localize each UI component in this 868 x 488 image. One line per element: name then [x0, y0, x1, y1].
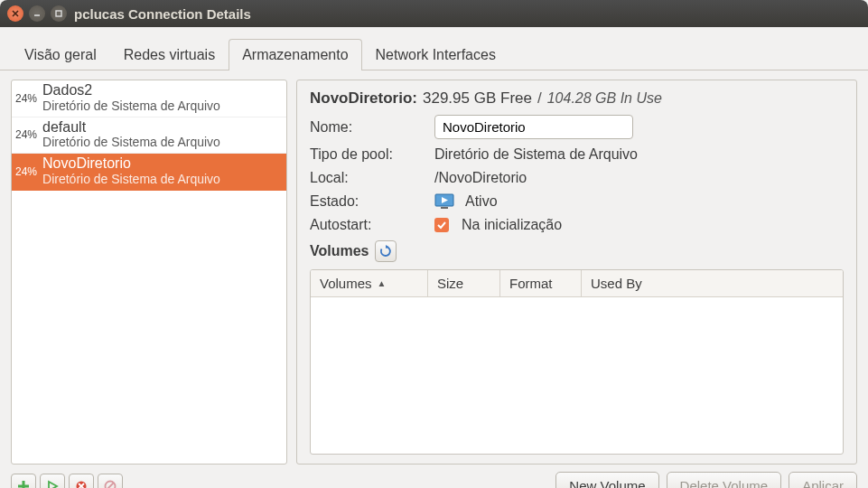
refresh-volumes-button[interactable] — [375, 240, 397, 262]
label-name: Nome: — [310, 119, 427, 136]
pool-subtitle: Diretório de Sistema de Arquivo — [42, 135, 220, 149]
window-controls — [7, 5, 67, 22]
maximize-window-button[interactable] — [51, 5, 67, 22]
pool-name: NovoDiretorio — [42, 155, 220, 172]
pool-list: 24% Dados2 Diretório de Sistema de Arqui… — [11, 80, 287, 465]
pool-summary: NovoDiretorio: 329.95 GB Free / 104.28 G… — [310, 89, 844, 108]
pool-name: default — [42, 119, 220, 136]
label-pool-type: Tipo de pool: — [310, 146, 427, 163]
detail-panel: NovoDiretorio: 329.95 GB Free / 104.28 G… — [296, 80, 857, 465]
col-size[interactable]: Size — [428, 270, 500, 296]
footer: New Volume Delete Volume Aplicar — [0, 468, 868, 488]
refresh-icon — [379, 245, 392, 258]
pool-toolbar — [11, 474, 123, 489]
svg-point-11 — [77, 481, 87, 488]
main-area: 24% Dados2 Diretório de Sistema de Arqui… — [0, 70, 868, 468]
monitor-play-icon — [434, 193, 454, 210]
pool-item-novodiretorio[interactable]: 24% NovoDiretorio Diretório de Sistema d… — [12, 154, 286, 191]
pool-usage-percent: 24% — [12, 165, 41, 178]
new-volume-button[interactable]: New Volume — [555, 472, 658, 488]
svg-marker-10 — [49, 482, 57, 489]
label-location: Local: — [310, 170, 427, 186]
value-state: Ativo — [465, 193, 498, 210]
tabbar: Visão geral Redes virtuais Armazenamento… — [0, 27, 868, 70]
svg-rect-3 — [56, 11, 61, 16]
close-window-button[interactable] — [7, 5, 23, 22]
autostart-checkbox[interactable] — [434, 218, 449, 232]
col-volumes[interactable]: Volumes ▲ — [311, 270, 428, 296]
stop-icon — [75, 480, 88, 489]
pool-subtitle: Diretório de Sistema de Arquivo — [42, 99, 220, 113]
tab-storage[interactable]: Armazenamento — [229, 39, 361, 70]
label-autostart: Autostart: — [310, 217, 427, 233]
tab-overview[interactable]: Visão geral — [11, 39, 110, 70]
pool-subtitle: Diretório de Sistema de Arquivo — [42, 172, 220, 186]
pool-item-default[interactable]: 24% default Diretório de Sistema de Arqu… — [12, 117, 286, 155]
start-pool-button[interactable] — [40, 474, 65, 489]
svg-line-15 — [107, 483, 114, 488]
value-location: /NovoDiretorio — [434, 170, 527, 186]
delete-volume-button[interactable]: Delete Volume — [667, 472, 782, 488]
apply-button[interactable]: Aplicar — [789, 472, 857, 488]
pool-title: NovoDiretorio: — [310, 89, 417, 108]
pool-usage-percent: 24% — [12, 92, 41, 105]
value-autostart: Na inicialização — [462, 217, 562, 233]
pool-usage-percent: 24% — [12, 128, 41, 141]
svg-point-14 — [106, 481, 116, 488]
stop-pool-button[interactable] — [69, 474, 94, 489]
tab-network-interfaces[interactable]: Network Interfaces — [362, 39, 509, 70]
col-usedby[interactable]: Used By — [582, 270, 843, 296]
svg-rect-6 — [441, 207, 448, 209]
name-input[interactable] — [434, 115, 633, 139]
volumes-table-header: Volumes ▲ Size Format Used By — [311, 270, 843, 297]
tab-virtual-networks[interactable]: Redes virtuais — [110, 39, 229, 70]
pool-name: Dados2 — [42, 82, 220, 99]
value-pool-type: Diretório de Sistema de Arquivo — [434, 146, 638, 163]
pool-in-use: 104.28 GB In Use — [547, 90, 662, 107]
add-icon — [16, 479, 31, 489]
volumes-header: Volumes — [310, 240, 844, 262]
action-buttons: New Volume Delete Volume Aplicar — [555, 472, 857, 488]
volumes-table: Volumes ▲ Size Format Used By — [310, 269, 844, 455]
window-title: pclucas Connection Details — [74, 6, 251, 22]
minimize-window-button[interactable] — [29, 5, 45, 22]
add-pool-button[interactable] — [11, 474, 36, 489]
titlebar: pclucas Connection Details — [0, 0, 868, 27]
label-state: Estado: — [310, 193, 427, 210]
forbidden-icon — [104, 480, 117, 489]
col-format[interactable]: Format — [500, 270, 582, 296]
delete-pool-button[interactable] — [98, 474, 123, 489]
pool-free: 329.95 GB Free — [423, 89, 532, 108]
sort-asc-icon: ▲ — [378, 278, 387, 288]
volumes-title: Volumes — [310, 243, 369, 259]
pool-item-dados2[interactable]: 24% Dados2 Diretório de Sistema de Arqui… — [12, 80, 286, 117]
play-icon — [46, 480, 59, 489]
